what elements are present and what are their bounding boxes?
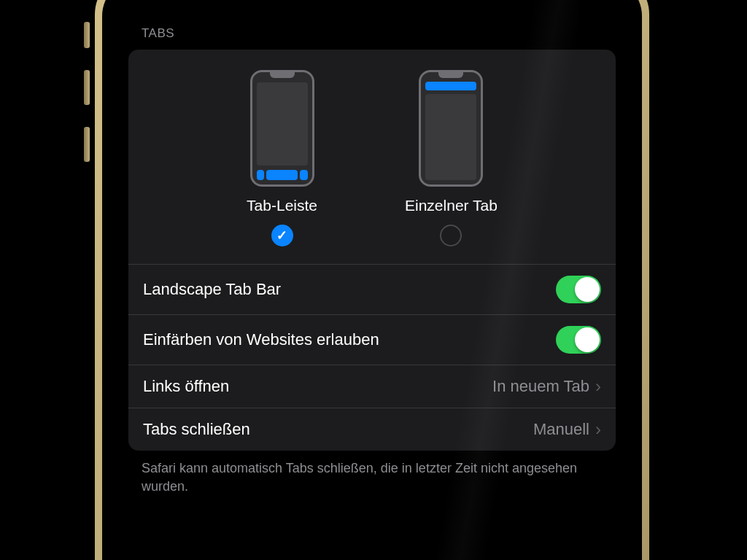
setting-row-landscape-tab-bar: Landscape Tab Bar <box>128 264 616 314</box>
setting-value: Manuell › <box>533 419 601 440</box>
settings-group-tabs: Tab-Leiste ✓ Einzeln <box>128 50 616 451</box>
checkmark-icon: ✓ <box>276 228 287 244</box>
phone-preview-icon <box>250 70 314 187</box>
toggle-einfaerben[interactable] <box>556 326 601 354</box>
setting-label: Links öffnen <box>143 377 229 396</box>
setting-label: Einfärben von Websites erlauben <box>143 330 379 349</box>
setting-row-einfaerben: Einfärben von Websites erlauben <box>128 314 616 365</box>
setting-row-links-oeffnen[interactable]: Links öffnen In neuem Tab › <box>128 365 616 408</box>
phone-preview-icon <box>419 70 483 187</box>
layout-option-einzelner-tab[interactable]: Einzelner Tab <box>405 70 498 246</box>
layout-option-label: Einzelner Tab <box>405 197 498 214</box>
toggle-landscape-tab-bar[interactable] <box>556 276 601 303</box>
setting-value: In neuem Tab › <box>492 376 601 397</box>
section-footer-text: Safari kann automatisch Tabs schließen, … <box>128 451 616 505</box>
tab-layout-selector: Tab-Leiste ✓ Einzeln <box>128 50 616 264</box>
phone-notch <box>285 0 460 7</box>
layout-option-tab-leiste[interactable]: Tab-Leiste ✓ <box>247 70 317 246</box>
section-header-tabs: TABS <box>142 26 616 41</box>
radio-selected-icon: ✓ <box>271 225 293 246</box>
phone-frame: TABS <box>95 0 649 560</box>
setting-row-tabs-schliessen[interactable]: Tabs schließen Manuell › <box>128 408 616 451</box>
layout-option-label: Tab-Leiste <box>247 197 317 214</box>
phone-side-buttons <box>84 22 90 184</box>
radio-unselected-icon <box>440 225 462 246</box>
setting-label: Tabs schließen <box>143 420 250 439</box>
chevron-right-icon: › <box>595 376 601 397</box>
chevron-right-icon: › <box>595 419 601 440</box>
setting-label: Landscape Tab Bar <box>143 280 281 299</box>
